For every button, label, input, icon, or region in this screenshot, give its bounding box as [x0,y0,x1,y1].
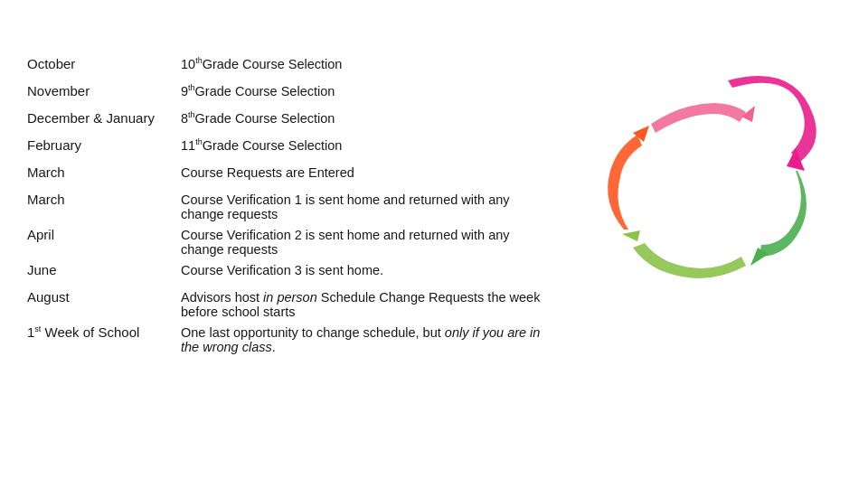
desc-label: One last opportunity to change schedule,… [181,325,542,354]
month-label: June [27,262,181,277]
month-label: 1st Week of School [27,324,181,340]
month-label: March [27,192,181,207]
month-label: August [27,289,181,305]
desc-label: Course Verification 2 is sent home and r… [181,228,542,257]
table-row: December & January8thGrade Course Select… [27,108,542,135]
month-label: March [27,164,181,180]
desc-label: Advisors host in person Schedule Change … [181,290,542,319]
desc-label: 10thGrade Course Selection [181,56,542,71]
desc-label: 8thGrade Course Selection [181,110,542,126]
month-label: December & January [27,110,181,126]
table-row: JuneCourse Verification 3 is sent home. [27,259,542,286]
schedule-table: October10thGrade Course SelectionNovembe… [27,53,552,357]
table-row: MarchCourse Requests are Entered [27,162,542,189]
desc-label: 11thGrade Course Selection [181,137,542,153]
month-label: October [27,56,181,71]
page-title [27,16,841,44]
table-row: November9thGrade Course Selection [27,80,542,108]
desc-label: Course Verification 1 is sent home and r… [181,192,542,221]
table-row: February11thGrade Course Selection [27,135,542,162]
desc-label: Course Verification 3 is sent home. [181,263,542,277]
page: October10thGrade Course SelectionNovembe… [0,0,868,488]
table-row: 1st Week of SchoolOne last opportunity t… [27,322,542,357]
diagram-section [552,53,841,306]
table-row: October10thGrade Course Selection [27,53,542,80]
month-label: February [27,137,181,153]
table-row: AprilCourse Verification 2 is sent home … [27,224,542,259]
cycle-diagram [552,53,841,293]
cycle-svg [552,53,841,293]
desc-label: Course Requests are Entered [181,165,542,180]
month-label: November [27,83,181,99]
desc-label: 9thGrade Course Selection [181,83,542,99]
month-label: April [27,227,181,242]
table-row: AugustAdvisors host in person Schedule C… [27,286,542,322]
table-row: MarchCourse Verification 1 is sent home … [27,189,542,224]
content-area: October10thGrade Course SelectionNovembe… [27,53,841,357]
